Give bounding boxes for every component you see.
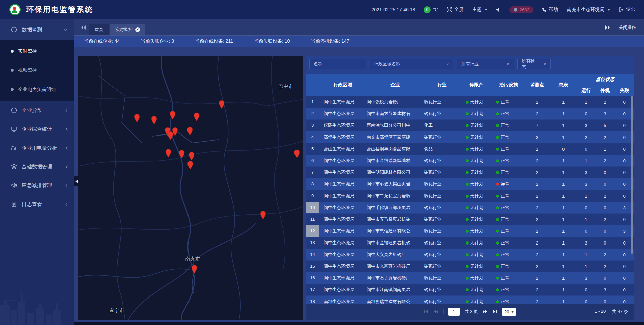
table-row[interactable]: 16阆中生态环境局阆中市石子页岩机砖厂砖瓦行业无计划正常21300 — [306, 272, 634, 284]
name-filter-input[interactable]: 名称 — [309, 59, 366, 69]
table-row[interactable]: 8阆中生态环境局阆中市枣碧大梁山页岩砖瓦行业无计划异常21300 — [306, 178, 634, 190]
status-dot-icon — [466, 241, 469, 245]
last-page-button[interactable] — [492, 310, 497, 314]
sidebar-item-基础数据管理[interactable]: 基础数据管理 — [0, 157, 74, 176]
table-row[interactable]: 3仪陇生态环境局西南油气田分公司川中化工无计划正常71350 — [306, 120, 634, 131]
table-row[interactable]: 18南部生态环境局南部县瑞丰建材有限公砖瓦行业无计划正常21000 — [306, 296, 634, 304]
sidebar-item-日志查看[interactable]: 日志查看 — [0, 195, 74, 214]
cell-region: 阆中生态环境局 — [319, 263, 367, 269]
close-operations-button[interactable]: 关闭操作 — [619, 24, 636, 31]
logout-button[interactable]: 退出 — [619, 7, 635, 13]
table-row[interactable]: 7阆中生态环境局阆中明阳建材有限公司砖瓦行业无计划正常21300 — [306, 167, 634, 178]
cell-halted-count: 3 — [596, 287, 615, 292]
industry-filter-select[interactable]: 所有行业 ∨ — [457, 59, 514, 69]
table-row[interactable]: 4高坪生态环境局南充市高坪区王家店建砖瓦行业无计划正常31220 — [306, 131, 634, 143]
cell-facility-status: 正常 — [493, 122, 524, 128]
table-header: 行政区域企业行业停限产治污设施监测点总表点位状态运行停机失联 — [306, 74, 634, 96]
table-row[interactable]: 2阆中生态环境局阆中市南方节能建材有砖瓦行业无计划正常21030 — [306, 108, 634, 119]
table-row[interactable]: 10阆中生态环境局阆中千佛镇五郎垭页岩砖瓦行业无计划正常21003 — [306, 202, 634, 213]
fullscreen-button[interactable]: 全屏 — [447, 7, 464, 13]
table-row[interactable]: 5营山生态环境局营山县润丰肉食品有限食品无计划正常10010 — [306, 143, 634, 155]
table-row[interactable]: 12阆中生态环境局阆中市忠信建材有限公砖瓦行业无计划正常21003 — [306, 225, 634, 237]
page-number-input[interactable]: 1 — [448, 308, 460, 316]
sidebar-subitem-active[interactable]: 实时监控 — [0, 42, 74, 61]
map-pin-icon[interactable] — [191, 265, 198, 275]
next-page-button[interactable] — [483, 310, 488, 314]
cell-running-count: 3 — [577, 123, 596, 128]
region-filter-select[interactable]: 行政区域名称 ∨ — [370, 59, 453, 69]
cell-facility-status: 正常 — [493, 146, 524, 152]
table-row[interactable]: 14阆中生态环境局阆中大兴页岩机砖厂砖瓦行业无计划正常21120 — [306, 249, 634, 260]
status-dot-icon — [496, 136, 499, 139]
status-dot-icon — [466, 218, 469, 221]
sidebar-item-企业异常[interactable]: 企业异常 — [0, 101, 74, 120]
help-button[interactable]: 帮助 — [542, 7, 558, 13]
cell-industry: 化工 — [424, 122, 460, 128]
table-row[interactable]: 1阆中生态环境局阆中强锐页岩砖厂砖瓦行业无计划正常21120 — [306, 96, 634, 108]
table-row[interactable]: 6阆中生态环境局阆中市金博瑞新型墙材砖瓦行业无计划正常21120 — [306, 155, 634, 166]
table-row[interactable]: 17阆中生态环境局阆中市江南镇阆南页岩砖瓦行业无计划正常21030 — [306, 284, 634, 295]
cell-total-meter: 1 — [550, 217, 577, 222]
map-pin-icon[interactable] — [172, 127, 179, 138]
map-pin-icon[interactable] — [133, 114, 141, 124]
sidebar-subitem-item[interactable]: 企业电力负荷明细 — [0, 80, 74, 99]
cell-total-meter: 1 — [550, 111, 577, 116]
map-pin-icon[interactable] — [151, 116, 158, 126]
cell-region: 阆中生态环境局 — [319, 275, 367, 281]
status-filter-select[interactable]: 所有状态 ∨ — [517, 59, 551, 69]
sidebar-item-应急减排管理[interactable]: 应急减排管理 — [0, 176, 74, 195]
cell-facility-status: 正常 — [493, 193, 524, 199]
sidebar-subitem-item[interactable]: 视频监控 — [0, 61, 74, 80]
cell-region: 阆中生态环境局 — [319, 158, 367, 164]
tab-实时监控[interactable]: 实时监控✕ — [110, 24, 145, 35]
table-scrollbar[interactable] — [631, 96, 633, 254]
cell-running-count: 1 — [577, 252, 596, 257]
sidebar-collapse-toggle[interactable] — [74, 176, 79, 186]
sidebar: 数据监测 实时监控视频监控企业电力负荷明细 企业异常企业综合统计企业用电量分析基… — [0, 19, 74, 325]
cell-monitor-count: 2 — [524, 276, 550, 281]
sidebar-item-企业综合统计[interactable]: 企业综合统计 — [0, 120, 74, 139]
map-pin-icon[interactable] — [165, 149, 172, 159]
notification-badge[interactable]: 2632 — [509, 6, 533, 13]
speaker-muted-icon — [496, 7, 501, 12]
map-pin-icon[interactable] — [193, 112, 200, 123]
mute-button[interactable] — [496, 7, 501, 12]
map-pin-icon[interactable] — [293, 149, 301, 160]
map-pin-icon[interactable] — [187, 161, 194, 171]
map-pin-icon[interactable] — [169, 111, 176, 121]
map-pin-icon[interactable] — [186, 127, 194, 137]
tabs-scroll-left-button[interactable] — [81, 25, 86, 30]
tab-首页[interactable]: 首页 — [89, 24, 109, 35]
table-row[interactable]: 15阆中生态环境局阆中市光富页岩机砖厂砖瓦行业无计划正常21120 — [306, 261, 634, 272]
table-row[interactable]: 9阆中生态环境局阆中市二龙长宝页岩砖砖瓦行业无计划正常21120 — [306, 190, 634, 202]
sidebar-group-data-monitor[interactable]: 数据监测 — [0, 19, 74, 40]
first-page-button[interactable] — [424, 310, 429, 314]
cell-total-meter: 1 — [550, 264, 577, 269]
tab-close-icon[interactable]: ✕ — [135, 27, 140, 32]
sidebar-item-企业用电量分析[interactable]: 企业用电量分析 — [0, 139, 74, 157]
row-index: 16 — [306, 272, 319, 284]
table-row[interactable]: 13阆中生态环境局阆中市金福旺页岩机砖砖瓦行业无计划正常21300 — [306, 237, 634, 249]
status-dot-icon — [496, 148, 499, 151]
cell-industry: 砖瓦行业 — [424, 99, 460, 105]
chevron-down-icon: ∨ — [543, 62, 546, 66]
map-pin-icon[interactable] — [178, 150, 185, 160]
user-org-dropdown[interactable]: 南充市生态环境局 — [567, 7, 610, 13]
cell-industry: 砖瓦行业 — [424, 169, 460, 175]
sidebar-subitem-label: 企业电力负荷明细 — [18, 87, 56, 93]
cell-industry: 砖瓦行业 — [424, 181, 460, 187]
theme-dropdown[interactable]: 主题 — [472, 7, 487, 13]
table-row[interactable]: 11阆中生态环境局阆中市五马桥页岩机砖砖瓦行业无计划正常21120 — [306, 214, 634, 225]
page-size-select[interactable]: 20 — [502, 308, 516, 316]
map-panel[interactable]: 巴中市南充市遂宁市 — [78, 56, 303, 320]
map-pin-icon[interactable] — [218, 100, 225, 110]
app-logo-icon — [9, 4, 21, 15]
prev-page-button[interactable] — [434, 310, 439, 314]
header-point-status-label: 点位状态 — [577, 74, 634, 85]
row-index: 8 — [306, 178, 319, 190]
map-pin-icon[interactable] — [260, 211, 267, 221]
header-point-status-subrow: 运行停机失联 — [577, 85, 634, 96]
cell-stop-status: 无计划 — [460, 275, 493, 281]
tabs-scroll-right-button[interactable] — [605, 25, 610, 30]
cell-enterprise: 阆中市金博瑞新型墙材 — [367, 158, 424, 164]
